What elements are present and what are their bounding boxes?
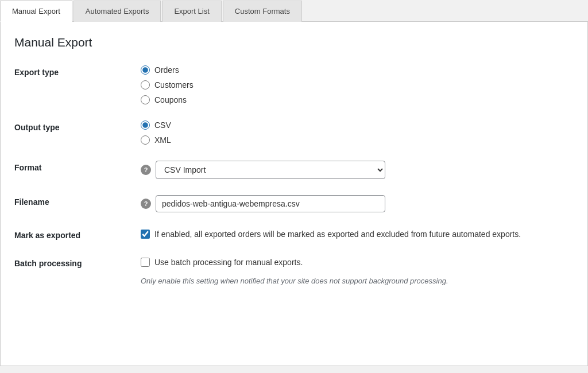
- filename-help-icon[interactable]: ?: [141, 199, 151, 209]
- batch-processing-option[interactable]: Use batch processing for manual exports.: [141, 257, 574, 269]
- tab-automated-exports[interactable]: Automated Exports: [74, 1, 161, 22]
- radio-orders[interactable]: Orders: [141, 65, 574, 75]
- batch-processing-row: Batch processing Use batch processing fo…: [14, 257, 574, 285]
- tabs-bar: Manual Export Automated Exports Export L…: [0, 0, 588, 22]
- mark-as-exported-label: Mark as exported: [14, 228, 141, 240]
- format-help-icon[interactable]: ?: [141, 165, 151, 175]
- tab-export-list[interactable]: Export List: [162, 1, 221, 22]
- page-title: Manual Export: [14, 36, 574, 49]
- output-type-row: Output type CSV XML: [14, 121, 574, 145]
- radio-coupons-input[interactable]: [141, 95, 150, 104]
- mark-as-exported-row: Mark as exported If enabled, all exporte…: [14, 228, 574, 240]
- radio-xml-label: XML: [154, 135, 171, 145]
- radio-csv[interactable]: CSV: [141, 121, 574, 130]
- mark-as-exported-option[interactable]: If enabled, all exported orders will be …: [141, 228, 574, 240]
- content-area: Manual Export Export type Orders Custome…: [0, 22, 588, 366]
- radio-csv-input[interactable]: [141, 121, 150, 130]
- output-type-label: Output type: [14, 121, 141, 132]
- tab-custom-formats[interactable]: Custom Formats: [223, 1, 302, 22]
- output-type-controls: CSV XML: [141, 121, 574, 145]
- radio-xml-input[interactable]: [141, 135, 150, 145]
- format-label: Format: [14, 161, 141, 172]
- mark-as-exported-checkbox[interactable]: [141, 230, 150, 239]
- radio-xml[interactable]: XML: [141, 135, 574, 145]
- batch-processing-description: Use batch processing for manual exports.: [154, 257, 303, 269]
- radio-customers[interactable]: Customers: [141, 80, 574, 90]
- page-wrapper: Manual Export Automated Exports Export L…: [0, 0, 588, 373]
- radio-customers-label: Customers: [154, 80, 194, 90]
- radio-orders-input[interactable]: [141, 65, 150, 75]
- tab-manual-export[interactable]: Manual Export: [0, 1, 72, 22]
- radio-coupons[interactable]: Coupons: [141, 95, 574, 104]
- filename-label: Filename: [14, 195, 141, 207]
- export-type-controls: Orders Customers Coupons: [141, 65, 574, 104]
- mark-as-exported-description: If enabled, all exported orders will be …: [154, 228, 521, 240]
- radio-orders-label: Orders: [154, 65, 179, 75]
- format-row: Format ? CSV Import Default Custom: [14, 161, 574, 179]
- format-controls: ? CSV Import Default Custom: [141, 161, 574, 179]
- export-type-label: Export type: [14, 65, 141, 77]
- filename-controls: ?: [141, 195, 574, 212]
- mark-as-exported-controls: If enabled, all exported orders will be …: [141, 228, 574, 240]
- radio-coupons-label: Coupons: [154, 95, 187, 104]
- filename-input[interactable]: [156, 195, 385, 212]
- radio-csv-label: CSV: [154, 121, 171, 130]
- batch-processing-hint: Only enable this setting when notified t…: [141, 277, 574, 285]
- radio-customers-input[interactable]: [141, 80, 150, 90]
- batch-processing-label: Batch processing: [14, 257, 141, 268]
- export-type-row: Export type Orders Customers Coupons: [14, 65, 574, 104]
- filename-row: Filename ?: [14, 195, 574, 212]
- format-select[interactable]: CSV Import Default Custom: [156, 161, 385, 179]
- batch-processing-controls: Use batch processing for manual exports.…: [141, 257, 574, 285]
- batch-processing-checkbox[interactable]: [141, 258, 150, 267]
